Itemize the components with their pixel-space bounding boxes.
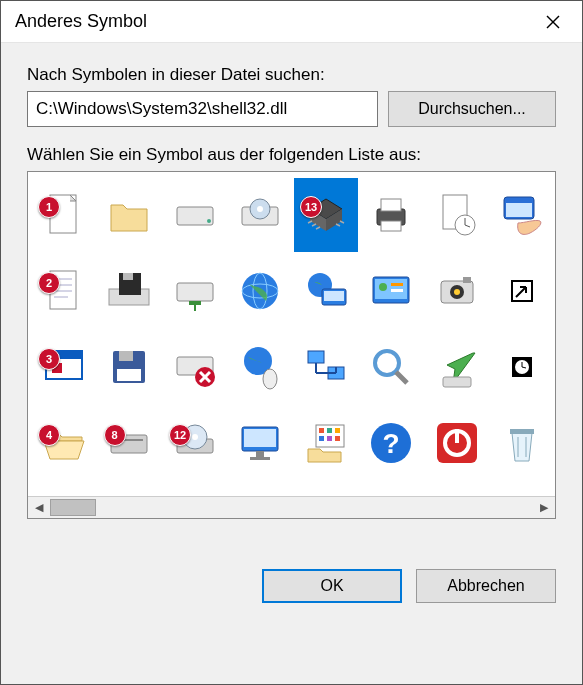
scroll-thumb[interactable] <box>50 499 96 516</box>
svg-point-4 <box>207 219 211 223</box>
blank-document-icon[interactable]: 1 <box>32 178 96 252</box>
svg-rect-82 <box>244 429 276 447</box>
horizontal-scrollbar[interactable]: ◀ ▶ <box>28 496 555 518</box>
folder-icon[interactable] <box>98 178 162 252</box>
annotation-badge: 1 <box>38 196 60 218</box>
svg-line-11 <box>308 221 312 223</box>
svg-point-63 <box>263 369 277 389</box>
svg-point-80 <box>192 434 198 440</box>
cancel-button[interactable]: Abbrechen <box>416 569 556 603</box>
select-label: Wählen Sie ein Symbol aus der folgenden … <box>27 145 556 165</box>
svg-point-7 <box>257 206 263 212</box>
drive-alt-icon[interactable]: 8 <box>98 406 162 480</box>
annotation-badge: 12 <box>169 424 191 446</box>
svg-rect-32 <box>123 273 133 280</box>
svg-rect-83 <box>256 451 264 457</box>
svg-line-13 <box>316 227 320 229</box>
program-window-icon[interactable]: 3 <box>32 330 96 404</box>
search-label: Nach Symbolen in dieser Datei suchen: <box>27 65 556 85</box>
window-hand-icon[interactable] <box>491 178 555 252</box>
magnifier-icon[interactable] <box>360 330 424 404</box>
recycle-bin-icon[interactable] <box>491 406 555 480</box>
globe-monitor-icon[interactable] <box>294 254 358 328</box>
document-clock-icon[interactable] <box>425 178 489 252</box>
svg-rect-88 <box>335 428 340 433</box>
printer-icon[interactable] <box>360 178 424 252</box>
scroll-right-arrow[interactable]: ▶ <box>533 497 555 519</box>
network-computers-icon[interactable] <box>294 330 358 404</box>
svg-rect-45 <box>391 283 403 286</box>
svg-line-70 <box>396 372 407 383</box>
svg-line-15 <box>336 224 340 226</box>
icon-list: 113234812? ◀ ▶ <box>27 171 556 519</box>
svg-rect-89 <box>319 436 324 441</box>
path-input[interactable] <box>27 91 378 127</box>
svg-rect-71 <box>443 377 471 387</box>
annotation-badge: 3 <box>38 348 60 370</box>
svg-point-49 <box>454 289 460 295</box>
monitor-icon[interactable] <box>229 406 293 480</box>
svg-text:?: ? <box>383 428 400 459</box>
drive-disconnected-icon[interactable] <box>163 330 227 404</box>
cd-drive-icon[interactable] <box>229 178 293 252</box>
scroll-track[interactable] <box>50 497 533 518</box>
svg-point-69 <box>375 351 399 375</box>
folder-open-icon[interactable]: 4 <box>32 406 96 480</box>
ok-button[interactable]: OK <box>262 569 402 603</box>
svg-line-14 <box>340 221 344 223</box>
cd-drive-alt-icon[interactable]: 12 <box>163 406 227 480</box>
globe-mouse-icon[interactable] <box>229 330 293 404</box>
dialog-title: Anderes Symbol <box>15 11 530 32</box>
close-button[interactable] <box>530 6 576 38</box>
scroll-left-arrow[interactable]: ◀ <box>28 497 50 519</box>
annotation-badge: 8 <box>104 424 126 446</box>
svg-point-44 <box>379 283 387 291</box>
program-grid-folder-icon[interactable] <box>294 406 358 480</box>
help-icon[interactable]: ? <box>360 406 424 480</box>
svg-line-12 <box>312 224 316 226</box>
camera-icon[interactable] <box>425 254 489 328</box>
svg-rect-90 <box>327 436 332 441</box>
browse-button[interactable]: Durchsuchen... <box>388 91 556 127</box>
hard-drive-icon[interactable] <box>163 178 227 252</box>
globe-internet-icon[interactable] <box>229 254 293 328</box>
shortcut-arrow-icon[interactable] <box>491 254 555 328</box>
chip-icon[interactable]: 13 <box>294 178 358 252</box>
network-drive-icon[interactable] <box>163 254 227 328</box>
floppy-disk-icon[interactable] <box>98 330 162 404</box>
control-panel-icon[interactable] <box>360 254 424 328</box>
svg-rect-34 <box>189 301 201 305</box>
clock-small-icon[interactable] <box>491 330 555 404</box>
svg-rect-41 <box>324 291 344 301</box>
svg-rect-64 <box>308 351 324 363</box>
svg-rect-87 <box>327 428 332 433</box>
text-document-icon[interactable]: 2 <box>32 254 96 328</box>
svg-rect-24 <box>506 203 532 217</box>
svg-rect-56 <box>119 351 133 361</box>
svg-rect-97 <box>510 429 534 434</box>
svg-rect-46 <box>391 289 403 292</box>
floppy-drive-icon[interactable] <box>98 254 162 328</box>
svg-rect-17 <box>381 199 401 211</box>
annotation-badge: 2 <box>38 272 60 294</box>
svg-rect-86 <box>319 428 324 433</box>
green-arrow-icon[interactable] <box>425 330 489 404</box>
annotation-badge: 4 <box>38 424 60 446</box>
svg-rect-57 <box>117 369 141 381</box>
svg-rect-91 <box>335 436 340 441</box>
svg-rect-50 <box>463 277 471 283</box>
annotation-badge: 13 <box>300 196 322 218</box>
svg-rect-84 <box>250 457 270 460</box>
titlebar: Anderes Symbol <box>1 1 582 43</box>
svg-rect-33 <box>177 283 213 301</box>
shutdown-icon[interactable] <box>425 406 489 480</box>
svg-rect-18 <box>381 221 401 231</box>
